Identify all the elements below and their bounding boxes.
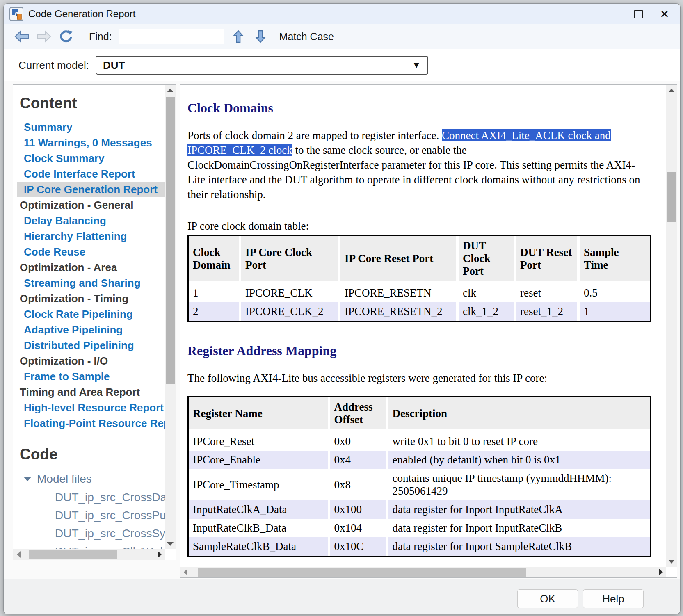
table-cell: contains unique IP timestamp (yymmddHHMM… [388, 469, 650, 500]
sidebar-horizontal-scroll-thumb[interactable] [29, 550, 117, 559]
sidebar-item-streaming-and-sharing[interactable]: Streaming and Sharing [20, 275, 165, 291]
table-header-row: Clock Domain IP Core Clock Port IP Core … [189, 236, 650, 284]
table-row: IPCore_Reset 0x0 write 0x1 to bit 0 to r… [189, 432, 650, 451]
table-cell: 0x10C [330, 537, 388, 556]
sidebar-item-adaptive-pipelining[interactable]: Adaptive Pipelining [20, 322, 165, 338]
model-files-label: Model files [37, 472, 92, 485]
help-button[interactable]: Help [583, 589, 644, 608]
table-cell: data register for Inport InputRateClkB [388, 519, 650, 537]
find-next-button[interactable] [252, 28, 269, 45]
sidebar-item-ip-core-generation-report[interactable]: IP Core Generation Report [17, 182, 165, 197]
scroll-left-button[interactable] [13, 549, 24, 560]
back-arrow-icon [14, 30, 30, 43]
find-previous-button[interactable] [230, 28, 247, 45]
table-cell: write 0x1 to bit 0 to reset IP core [388, 432, 650, 451]
table-cell: reset [516, 284, 580, 302]
sidebar-item-distributed-pipelining[interactable]: Distributed Pipelining [20, 338, 165, 353]
window-title: Code Generation Report [28, 8, 136, 20]
dropdown-caret-icon: ▼ [412, 60, 421, 71]
content-horizontal-scrollbar[interactable] [180, 567, 666, 577]
table-row: InputRateClkB_Data 0x104 data register f… [189, 519, 650, 537]
match-case-toggle[interactable]: Match Case [279, 31, 334, 43]
work-area: Content Summary 11 Warnings, 0 Messages … [4, 81, 680, 579]
find-input[interactable] [119, 29, 224, 44]
table-row: InputRateClkA_Data 0x100 data register f… [189, 500, 650, 519]
sidebar-horizontal-scrollbar[interactable] [13, 549, 165, 560]
column-header: Clock Domain [189, 236, 241, 284]
model-file-link[interactable]: DUT_ip_src_CrossSyncData [20, 525, 165, 543]
code-generation-report-window: Code Generation Report ✕ Find: [3, 3, 681, 614]
sidebar-nav: Content Summary 11 Warnings, 0 Messages … [13, 85, 165, 549]
table-row: IPCore_Enable 0x4 enabled (by default) w… [189, 451, 650, 469]
scroll-up-button[interactable] [666, 85, 677, 96]
sidebar-item-delay-balancing[interactable]: Delay Balancing [20, 213, 165, 228]
sidebar-item-floating-point-resource-report[interactable]: Floating-Point Resource Report [20, 415, 165, 431]
table-cell: 0x8 [330, 469, 388, 500]
model-file-link[interactable]: DUT_ip_src_ClkAPulseC [20, 543, 165, 549]
table-header-row: Register Name Address Offset Description [189, 397, 650, 432]
content-vertical-scrollbar[interactable] [666, 85, 677, 567]
ok-button[interactable]: OK [517, 589, 578, 608]
sidebar-item-hierarchy-flattening[interactable]: Hierarchy Flattening [20, 228, 165, 244]
column-header: Register Name [189, 397, 330, 432]
sidebar-vertical-scroll-thumb[interactable] [166, 97, 175, 384]
scroll-down-button[interactable] [165, 538, 176, 549]
sidebar-item-code-reuse[interactable]: Code Reuse [20, 244, 165, 260]
minimize-button[interactable] [599, 5, 625, 23]
clock-domains-heading: Clock Domains [187, 100, 666, 116]
sidebar-vertical-scrollbar[interactable] [165, 85, 176, 549]
table-cell: 2 [189, 302, 241, 321]
scroll-left-button[interactable] [180, 567, 191, 577]
table-cell: InputRateClkB_Data [189, 519, 330, 537]
current-model-value: DUT [103, 59, 412, 72]
back-button[interactable] [13, 28, 31, 45]
close-button[interactable]: ✕ [651, 5, 678, 23]
table-cell: enabled (by default) when bit 0 is 0x1 [388, 451, 650, 469]
register-address-table: Register Name Address Offset Description… [187, 396, 651, 557]
scroll-up-button[interactable] [165, 85, 176, 96]
table-cell: 0x0 [330, 432, 388, 451]
table-row: 2 IPCORE_CLK_2 IPCORE_RESETN_2 clk_1_2 r… [189, 302, 650, 321]
paragraph-text: Ports of clock domain 2 are mapped to re… [187, 129, 442, 141]
sidebar-item-frame-to-sample[interactable]: Frame to Sample [20, 369, 165, 384]
sidebar-item-warnings[interactable]: 11 Warnings, 0 Messages [20, 135, 165, 151]
content-horizontal-scroll-thumb[interactable] [198, 568, 526, 577]
sidebar-item-high-level-resource-report[interactable]: High-level Resource Report [20, 400, 165, 415]
table-cell: IPCORE_CLK [241, 284, 340, 302]
column-header: DUT Reset Port [516, 236, 580, 284]
table-cell: clk [459, 284, 516, 302]
scroll-right-button[interactable] [656, 567, 666, 577]
report-content-panel: Clock Domains Ports of clock domain 2 ar… [180, 84, 677, 578]
down-arrow-icon [255, 30, 266, 43]
table-cell: IPCore_Enable [189, 451, 330, 469]
sidebar-item-summary[interactable]: Summary [20, 119, 165, 135]
refresh-button[interactable] [57, 28, 75, 45]
table-cell: 0x4 [330, 451, 388, 469]
table-cell: InputRateClkA_Data [189, 500, 330, 519]
sidebar-section-timing-and-area-report: Timing and Area Report [20, 384, 165, 400]
tree-collapse-icon [24, 477, 31, 481]
sidebar-item-clock-rate-pipelining[interactable]: Clock Rate Pipelining [20, 306, 165, 322]
sidebar-item-code-interface-report[interactable]: Code Interface Report [20, 166, 165, 182]
clock-domains-paragraph: Ports of clock domain 2 are mapped to re… [187, 128, 647, 202]
model-file-link[interactable]: DUT_ip_src_CrossPulseClkA [20, 506, 165, 525]
table-cell: IPCore_Timestamp [189, 469, 330, 500]
content-vertical-scroll-thumb[interactable] [667, 172, 676, 222]
maximize-button[interactable] [625, 5, 651, 23]
column-header: IP Core Clock Port [241, 236, 340, 284]
sidebar-item-clock-summary[interactable]: Clock Summary [20, 151, 165, 166]
sidebar-section-optimization-general: Optimization - General [20, 197, 165, 213]
table-cell: 1 [580, 302, 650, 321]
column-header: Sample Time [580, 236, 650, 284]
table-cell: 0.5 [580, 284, 650, 302]
app-icon [9, 7, 23, 21]
table-cell: reset_1_2 [516, 302, 580, 321]
scroll-down-button[interactable] [666, 556, 677, 567]
model-files-node[interactable]: Model files [20, 470, 165, 488]
table-row: 1 IPCORE_CLK IPCORE_RESETN clk reset 0.5 [189, 284, 650, 302]
scroll-right-button[interactable] [154, 549, 165, 560]
current-model-dropdown[interactable]: DUT ▼ [96, 56, 428, 75]
table-cell: 0x104 [330, 519, 388, 537]
model-file-link[interactable]: DUT_ip_src_CrossDataClkB [20, 488, 165, 506]
forward-button[interactable] [35, 28, 53, 45]
